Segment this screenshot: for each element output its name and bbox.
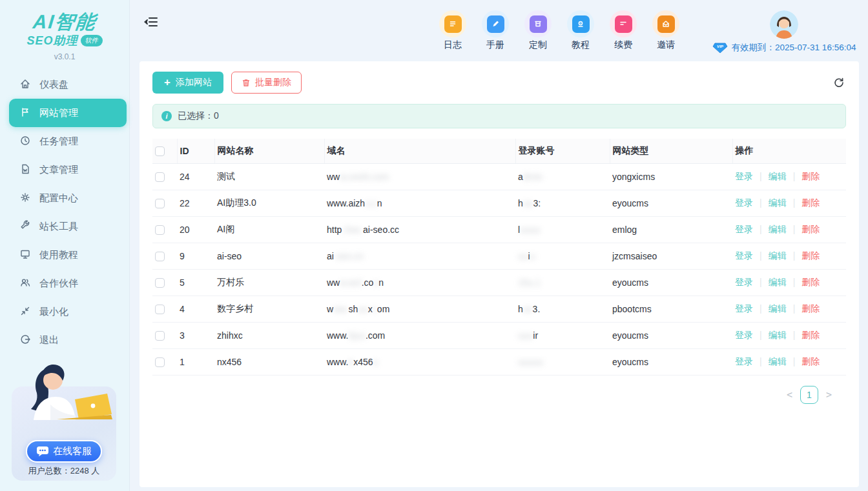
cell-login-account: huu3: (515, 190, 610, 216)
cell-id: 4 (177, 296, 214, 322)
cell-site-name: AI助理3.0 (214, 190, 324, 216)
sidebar-item-config[interactable]: 配置中心 (0, 184, 129, 212)
table-body: 24 测试 www.ceshi.com admin yongxicms 登录|编… (152, 163, 846, 375)
refresh-icon[interactable] (833, 77, 845, 91)
row-checkbox[interactable] (155, 305, 165, 314)
clock-icon (19, 135, 31, 148)
delete-link[interactable]: 删除 (801, 330, 820, 340)
row-checkbox[interactable] (155, 357, 165, 367)
row-checkbox[interactable] (155, 331, 165, 341)
avatar[interactable] (770, 10, 798, 39)
quicklink-custom[interactable]: 定制 (524, 10, 552, 51)
delete-link[interactable]: 删除 (801, 303, 820, 314)
edit-link[interactable]: 编辑 (769, 250, 787, 261)
cell-site-type: emlog (610, 216, 732, 243)
batch-delete-label: 批量删除 (255, 77, 291, 88)
login-link[interactable]: 登录 (735, 330, 753, 340)
table-row: 4 数字乡村 www.shuuxcom huc3. pbootcms 登录|编辑… (152, 296, 846, 322)
row-checkbox[interactable] (155, 225, 165, 235)
sidebar: AI智能 SEO助理 软件 v3.0.1 仪表盘 网站管理 任务管理 文章管理 … (0, 0, 130, 491)
batch-delete-button[interactable]: 批量删除 (231, 72, 302, 94)
quicklink-manual[interactable]: 手册 (482, 10, 509, 51)
sidebar-item-articles[interactable]: 文章管理 (0, 155, 129, 184)
main-area: 日志 手册 定制 教程 续费 邀请 (130, 0, 868, 491)
table-row: 20 AI阁 http://wx.ai-seo.cc luuuu emlog 登… (152, 216, 846, 243)
delete-link[interactable]: 删除 (801, 277, 820, 287)
cell-site-name: AI阁 (214, 216, 324, 243)
next-page-button[interactable]: > (826, 389, 832, 401)
sidebar-item-webmaster-tools[interactable]: 站长工具 (0, 212, 129, 241)
pagination: < 1 > (152, 386, 846, 404)
sidebar-item-minimize[interactable]: 最小化 (0, 297, 129, 326)
quicklink-renew[interactable]: 续费 (610, 10, 637, 51)
customer-service-card: 在线客服 用户总数：2248 人 (12, 386, 116, 481)
sidebar-item-dashboard[interactable]: 仪表盘 (0, 70, 129, 99)
manual-icon (482, 10, 509, 37)
vip-badge-icon: VIP (712, 43, 728, 54)
row-checkbox[interactable] (155, 278, 165, 288)
cell-domain: ai-seo.cn (324, 243, 515, 269)
cell-actions: 登录|编辑|删除 (732, 348, 846, 375)
renew-icon (610, 10, 637, 37)
quicklink-logs[interactable]: 日志 (439, 10, 466, 51)
sidebar-item-label: 仪表盘 (39, 79, 68, 91)
content-card: + 添加网站 批量删除 i 已选择：0 ID 网站名称 (140, 61, 859, 487)
info-icon: i (161, 111, 172, 121)
login-link[interactable]: 登录 (735, 171, 753, 181)
sidebar-item-logout[interactable]: 退出 (0, 326, 129, 354)
sidebar-item-websites[interactable]: 网站管理 (9, 99, 127, 127)
sidebar-item-tasks[interactable]: 任务管理 (0, 127, 129, 155)
delete-link[interactable]: 删除 (801, 224, 820, 234)
monitor-icon (19, 248, 31, 262)
edit-link[interactable]: 编辑 (769, 356, 787, 366)
select-all-checkbox[interactable] (155, 146, 165, 156)
row-checkbox[interactable] (155, 172, 165, 182)
delete-link[interactable]: 删除 (801, 171, 820, 181)
add-website-button[interactable]: + 添加网站 (152, 72, 223, 94)
edit-link[interactable]: 编辑 (769, 171, 787, 181)
edit-link[interactable]: 编辑 (769, 303, 787, 314)
quicklink-invite[interactable]: 邀请 (652, 10, 679, 51)
app-logo: AI智能 SEO助理 软件 v3.0.1 (0, 0, 129, 61)
login-link[interactable]: 登录 (735, 197, 753, 208)
table-row: 22 AI助理3.0 www.aizhu.cn huu3: eyoucms 登录… (152, 190, 846, 216)
page-1-button[interactable]: 1 (800, 386, 818, 404)
online-service-label: 在线客服 (53, 445, 92, 457)
col-header-account: 登录账号 (515, 139, 610, 163)
sidebar-item-partners[interactable]: 合作伙伴 (0, 269, 129, 297)
edit-link[interactable]: 编辑 (769, 277, 787, 287)
login-link[interactable]: 登录 (735, 356, 753, 366)
cell-site-name: 测试 (214, 163, 324, 190)
row-checkbox[interactable] (155, 252, 165, 261)
row-checkbox[interactable] (155, 199, 165, 208)
account-area: VIP 有效期到：2025-07-31 16:56:04 (709, 10, 859, 54)
cell-site-name: ai-seo (214, 243, 324, 269)
sidebar-fold-icon[interactable] (144, 15, 158, 31)
sidebar-item-label: 文章管理 (39, 164, 78, 176)
login-link[interactable]: 登录 (735, 277, 753, 287)
edit-link[interactable]: 编辑 (769, 330, 787, 340)
online-service-button[interactable]: 在线客服 (26, 440, 102, 463)
selection-info-bar: i 已选择：0 (152, 104, 846, 128)
edit-link[interactable]: 编辑 (769, 197, 787, 208)
table-row: 3 zhihxc www.hjuu.com uuuir eyoucms 登录|编… (152, 322, 846, 348)
plus-icon: + (164, 76, 170, 89)
add-website-label: 添加网站 (176, 77, 212, 88)
cell-login-account: huc3. (515, 296, 610, 322)
quicklink-tutorial[interactable]: 教程 (567, 10, 594, 51)
sidebar-item-label: 任务管理 (39, 135, 78, 148)
invite-icon (652, 10, 679, 37)
login-link[interactable]: 登录 (735, 250, 753, 261)
prev-page-button[interactable]: < (787, 389, 792, 401)
sidebar-item-tutorial[interactable]: 使用教程 (0, 241, 129, 269)
sidebar-item-label: 合作伙伴 (39, 277, 78, 290)
delete-link[interactable]: 删除 (801, 250, 820, 261)
login-link[interactable]: 登录 (735, 303, 753, 314)
sidebar-menu: 仪表盘 网站管理 任务管理 文章管理 配置中心 站长工具 使用教程 合作伙伴 (0, 70, 129, 354)
tutorial-icon (567, 10, 594, 37)
delete-link[interactable]: 删除 (801, 356, 820, 366)
login-link[interactable]: 登录 (735, 224, 753, 234)
edit-link[interactable]: 编辑 (769, 224, 787, 234)
log-icon (439, 10, 466, 37)
delete-link[interactable]: 删除 (801, 197, 820, 208)
